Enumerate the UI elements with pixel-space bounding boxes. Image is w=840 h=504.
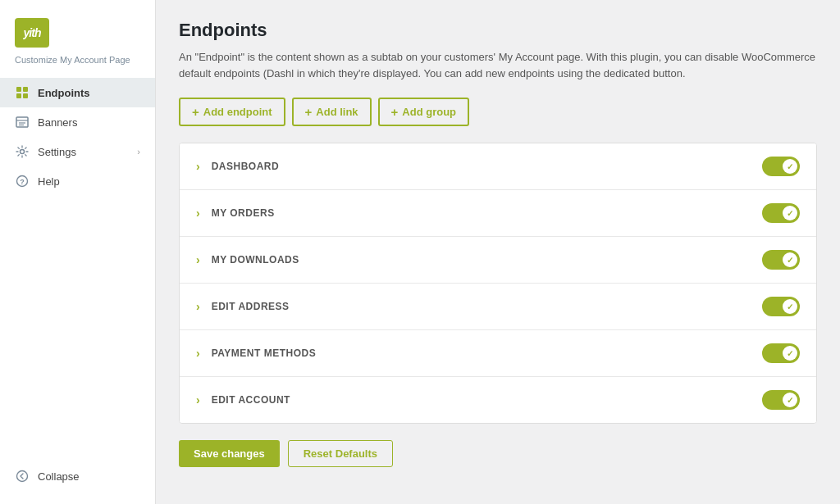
chevron-right-icon: › bbox=[196, 160, 200, 173]
chevron-right-icon: › bbox=[196, 300, 200, 313]
sidebar-item-banners-label: Banners bbox=[38, 116, 77, 129]
settings-chevron-icon: › bbox=[137, 147, 140, 157]
sidebar-item-settings[interactable]: Settings › bbox=[0, 137, 155, 166]
endpoint-name: DASHBOARD bbox=[212, 161, 762, 172]
chevron-right-icon: › bbox=[196, 253, 200, 266]
svg-rect-0 bbox=[16, 87, 21, 92]
logo-area: yith bbox=[0, 8, 155, 54]
toggle-wrap: ✓ bbox=[762, 250, 800, 270]
add-group-label: Add group bbox=[402, 106, 456, 118]
help-icon: ? bbox=[15, 174, 30, 188]
toggle-edit-account[interactable]: ✓ bbox=[762, 390, 800, 410]
add-endpoint-label: Add endpoint bbox=[203, 106, 272, 118]
endpoint-name: EDIT ACCOUNT bbox=[212, 394, 762, 406]
toggle-wrap: ✓ bbox=[762, 343, 800, 363]
action-buttons: + Add endpoint + Add link + Add group bbox=[179, 98, 817, 126]
svg-rect-2 bbox=[16, 93, 21, 98]
plus-icon-1: + bbox=[192, 105, 199, 119]
toggle-payment-methods[interactable]: ✓ bbox=[762, 343, 800, 363]
toggle-check-icon: ✓ bbox=[787, 302, 793, 311]
add-link-button[interactable]: + Add link bbox=[292, 98, 372, 126]
chevron-right-icon: › bbox=[196, 347, 200, 360]
toggle-check-icon: ✓ bbox=[787, 209, 793, 218]
endpoints-icon bbox=[15, 85, 30, 100]
svg-point-8 bbox=[21, 150, 25, 154]
toggle-wrap: ✓ bbox=[762, 297, 800, 316]
sidebar-item-help-label: Help bbox=[38, 175, 60, 188]
sidebar-navigation: Endpoints Banners Settings bbox=[0, 78, 155, 461]
sidebar-item-endpoints[interactable]: Endpoints bbox=[0, 78, 155, 107]
endpoint-name: PAYMENT METHODS bbox=[212, 347, 762, 359]
table-row[interactable]: › MY ORDERS ✓ bbox=[180, 190, 816, 237]
settings-icon bbox=[15, 144, 30, 159]
add-group-button[interactable]: + Add group bbox=[378, 98, 469, 126]
toggle-wrap: ✓ bbox=[762, 390, 800, 410]
sidebar: yith Customize My Account Page Endpoints bbox=[0, 0, 156, 504]
sidebar-item-endpoints-label: Endpoints bbox=[38, 87, 90, 99]
sidebar-item-banners[interactable]: Banners bbox=[0, 107, 155, 137]
reset-defaults-button[interactable]: Reset Defaults bbox=[288, 440, 393, 467]
svg-rect-3 bbox=[23, 93, 28, 98]
sidebar-item-collapse[interactable]: Collapse bbox=[0, 461, 155, 491]
toggle-my-orders[interactable]: ✓ bbox=[762, 203, 800, 223]
svg-text:?: ? bbox=[20, 178, 25, 186]
endpoint-name: EDIT ADDRESS bbox=[212, 301, 762, 312]
chevron-right-icon: › bbox=[196, 393, 200, 406]
page-title: Endpoints bbox=[179, 20, 817, 41]
table-row[interactable]: › MY DOWNLOADS ✓ bbox=[180, 237, 816, 284]
sidebar-subtitle: Customize My Account Page bbox=[0, 54, 155, 78]
sidebar-bottom: Collapse bbox=[0, 461, 155, 504]
toggle-my-downloads[interactable]: ✓ bbox=[762, 250, 800, 270]
save-changes-button[interactable]: Save changes bbox=[179, 440, 280, 467]
endpoint-name: MY DOWNLOADS bbox=[212, 254, 762, 266]
toggle-check-icon: ✓ bbox=[787, 349, 793, 358]
toggle-edit-address[interactable]: ✓ bbox=[762, 297, 800, 316]
banners-icon bbox=[15, 115, 30, 129]
toggle-check-icon: ✓ bbox=[787, 256, 793, 265]
toggle-dashboard[interactable]: ✓ bbox=[762, 157, 800, 176]
toggle-check-icon: ✓ bbox=[787, 396, 793, 405]
plus-icon-3: + bbox=[391, 105, 399, 119]
toggle-check-icon: ✓ bbox=[787, 162, 793, 171]
table-row[interactable]: › EDIT ACCOUNT ✓ bbox=[180, 377, 816, 423]
table-row[interactable]: › EDIT ADDRESS ✓ bbox=[180, 284, 816, 330]
add-endpoint-button[interactable]: + Add endpoint bbox=[179, 98, 285, 126]
yith-logo: yith bbox=[15, 18, 49, 48]
footer-buttons: Save changes Reset Defaults bbox=[179, 440, 817, 475]
collapse-icon bbox=[15, 469, 30, 484]
plus-icon-2: + bbox=[305, 105, 313, 119]
toggle-wrap: ✓ bbox=[762, 203, 800, 223]
sidebar-item-help[interactable]: ? Help bbox=[0, 166, 155, 196]
table-row[interactable]: › DASHBOARD ✓ bbox=[180, 143, 816, 190]
page-description: An "Endpoint" is the content shown as a … bbox=[179, 49, 817, 81]
svg-rect-1 bbox=[23, 87, 28, 92]
logo-text: yith bbox=[24, 26, 41, 39]
svg-rect-4 bbox=[16, 117, 28, 127]
svg-point-11 bbox=[17, 471, 28, 482]
main-content: Endpoints An "Endpoint" is the content s… bbox=[156, 0, 840, 504]
toggle-wrap: ✓ bbox=[762, 157, 800, 176]
chevron-right-icon: › bbox=[196, 207, 200, 220]
sidebar-item-settings-label: Settings bbox=[38, 146, 76, 158]
table-row[interactable]: › PAYMENT METHODS ✓ bbox=[180, 330, 816, 377]
add-link-label: Add link bbox=[316, 106, 358, 118]
endpoint-name: MY ORDERS bbox=[212, 207, 762, 219]
endpoints-list: › DASHBOARD ✓ › MY ORDERS bbox=[179, 143, 817, 424]
sidebar-item-collapse-label: Collapse bbox=[38, 470, 80, 483]
